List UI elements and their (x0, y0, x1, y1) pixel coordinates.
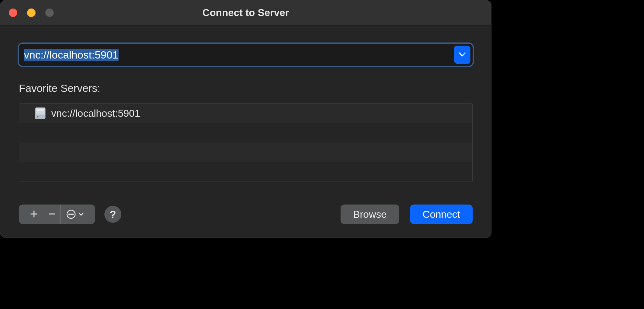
svg-point-6 (70, 214, 71, 215)
browse-button[interactable]: Browse (341, 205, 399, 224)
svg-rect-1 (35, 115, 45, 119)
favorite-server-row[interactable]: vnc://localhost:5901 (19, 104, 472, 123)
favorites-edit-segment (19, 205, 95, 224)
content-area: Favorite Servers: vnc://localhost:5901 (0, 25, 491, 182)
svg-point-2 (37, 116, 39, 118)
favorite-server-url: vnc://localhost:5901 (51, 108, 140, 119)
server-address-combo (19, 44, 473, 66)
traffic-lights (9, 8, 54, 17)
window-minimize-button[interactable] (27, 8, 36, 17)
favorite-server-row-empty (19, 123, 472, 143)
server-address-input[interactable] (19, 44, 454, 66)
remove-favorite-button[interactable] (43, 205, 60, 224)
favorites-action-menu-button[interactable] (60, 205, 89, 224)
favorite-servers-list[interactable]: vnc://localhost:5901 (19, 103, 473, 182)
window-title: Connect to Server (0, 7, 491, 19)
svg-point-7 (72, 214, 73, 215)
recent-servers-dropdown-button[interactable] (454, 46, 470, 64)
favorite-servers-label: Favorite Servers: (19, 82, 473, 94)
title-bar: Connect to Server (0, 0, 491, 25)
window-close-button[interactable] (9, 8, 17, 17)
chevron-down-icon (79, 213, 84, 216)
favorite-server-row-empty (19, 162, 472, 182)
connect-to-server-window: Connect to Server Favorite Servers: (0, 0, 491, 238)
svg-rect-3 (36, 109, 44, 111)
window-zoom-button[interactable] (45, 8, 54, 17)
favorite-server-row-empty (19, 143, 472, 162)
svg-point-5 (68, 214, 69, 215)
add-favorite-button[interactable] (25, 205, 43, 224)
minus-icon (48, 210, 56, 219)
plus-icon (30, 210, 38, 219)
chevron-down-icon (459, 52, 466, 58)
server-drive-icon (34, 106, 46, 120)
question-mark-icon: ? (110, 208, 116, 221)
ellipsis-circle-icon (66, 209, 84, 219)
connect-button[interactable]: Connect (410, 205, 473, 224)
bottom-toolbar: ? Browse Connect (19, 205, 473, 224)
help-button[interactable]: ? (104, 206, 121, 223)
